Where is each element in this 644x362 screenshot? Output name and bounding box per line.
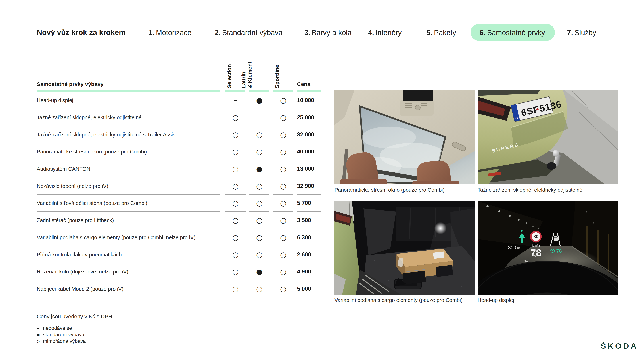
availability-mark: ○ (232, 234, 239, 241)
console-button (415, 105, 420, 110)
row-label: Audiosystém CANTON (37, 166, 90, 172)
nav-step-barvy-a-kola[interactable]: 3.Barvy a kola (304, 28, 352, 37)
caption-cargo-floor: Variabilní podlaha s cargo elementy (pou… (334, 297, 462, 303)
nav-step-sluzby[interactable]: 7.Služby (567, 28, 596, 37)
availability-mark: ○ (280, 148, 286, 155)
row-price: 4 900 (297, 268, 311, 275)
availability-mark: ● (256, 268, 262, 275)
availability-mark: ○ (280, 285, 286, 293)
row-label: Tažné zařízení sklopné, elektricky odjis… (37, 115, 142, 121)
console-screen (403, 90, 434, 101)
open-circle-symbol: ○ (37, 339, 43, 343)
price-column-header: Cena (297, 81, 310, 87)
shipping-label (433, 252, 444, 259)
row-price: 32 900 (297, 183, 314, 189)
row-price: 40 000 (297, 148, 314, 155)
availability-mark: ○ (280, 268, 286, 275)
legend-item-not-available: –nedodává se (37, 325, 86, 332)
table-row: Head-up displej – ● ○ 10 000 (37, 92, 322, 109)
availability-mark: ○ (280, 199, 286, 207)
legend-label: mimořádná výbava (43, 338, 86, 344)
nav-step-label: Samostatné prvky (487, 28, 545, 36)
column-header-sportline: Sportline (274, 65, 280, 88)
nav-step-interiery[interactable]: 4.Interiéry (368, 28, 402, 37)
availability-mark: ○ (280, 251, 286, 258)
availability-mark: ○ (232, 114, 239, 121)
legend: –nedodává se ●standardní výbava ○mimořád… (37, 325, 86, 345)
availability-mark: ○ (256, 131, 262, 138)
table-row: Panoramatické střešní okno (pouze pro Co… (37, 143, 322, 160)
availability-mark: ○ (280, 97, 286, 104)
nav-step-samostatne-prvky-active[interactable]: 6.Samostatné prvky (480, 28, 545, 37)
dash-symbol: – (37, 325, 43, 331)
row-label: Panoramatické střešní okno (pouze pro Co… (37, 149, 147, 155)
availability-mark: ○ (280, 165, 286, 172)
cargo-floor-illustration (334, 201, 475, 295)
header-underline-sportline (273, 90, 293, 92)
row-price: 6 300 (297, 234, 311, 241)
hud-unit: km/h (532, 243, 540, 247)
header-underline-label (37, 90, 220, 92)
header-underline-selection (225, 90, 245, 92)
equipment-table: Head-up displej – ● ○ 10 000 Tažné zaříz… (37, 92, 322, 297)
availability-mark: ○ (232, 285, 239, 293)
availability-mark: ○ (232, 148, 239, 155)
row-label: Nabíjecí kabel Mode 2 (pouze pro iV) (37, 286, 124, 292)
table-row: Tažné zařízení sklopné, elektricky odjis… (37, 126, 322, 143)
nav-step-label: Standardní výbava (222, 28, 282, 36)
availability-mark: ○ (256, 234, 262, 241)
nav-step-number: 3. (304, 28, 310, 36)
header-underline-cena (297, 90, 322, 92)
row-price: 2 600 (297, 251, 311, 258)
row-price: 32 000 (297, 131, 314, 138)
legend-label: nedodává se (43, 325, 72, 331)
table-row: Nabíjecí kabel Mode 2 (pouze pro iV) ○ ○… (37, 280, 322, 298)
legend-item-standard: ●standardní výbava (37, 332, 86, 338)
availability-mark: ○ (232, 182, 239, 190)
hud-speed: 78 (530, 247, 542, 259)
availability-mark: ○ (232, 165, 239, 172)
row-divider (225, 297, 246, 297)
availability-mark: ○ (280, 234, 286, 241)
availability-mark: ○ (280, 217, 286, 224)
photo-tow-hitch: CZ 6SF 5136 SUPERB (478, 90, 618, 184)
caption-tow-hitch: Tažné zařízení sklopné, elektricky odjis… (478, 187, 582, 193)
header-underline-laurin-klement (249, 90, 269, 92)
row-label: Variabilní podlaha s cargo elementy (pou… (37, 234, 196, 240)
availability-mark: ○ (256, 199, 262, 207)
table-row: Přímá kontrola tlaku v pneumatikách ○ ○ … (37, 246, 322, 263)
row-price: 3 500 (297, 217, 311, 224)
hud-acc-speed: 78 (556, 248, 562, 254)
availability-mark: ○ (256, 148, 262, 155)
speed-limit-sign: 80 (531, 232, 541, 242)
table-row: Variabilní síťová dělicí stěna (pouze pr… (37, 195, 322, 212)
row-divider (273, 297, 294, 297)
table-row: Audiosystém CANTON ○ ● ○ 13 000 (37, 160, 322, 178)
row-label: Zadní stěrač (pouze pro Liftback) (37, 217, 114, 223)
nav-step-number: 1. (148, 28, 154, 36)
nav-step-number: 4. (368, 28, 374, 36)
row-price: 5 700 (297, 200, 311, 206)
row-price: 5 000 (297, 286, 311, 292)
availability-mark: ○ (232, 268, 239, 275)
nav-step-label: Motorizace (156, 28, 192, 36)
skoda-logo: ŠKODA (600, 342, 638, 351)
nav-step-pakety[interactable]: 5.Pakety (426, 28, 456, 37)
nav-step-number: 5. (426, 28, 432, 36)
availability-mark: ○ (232, 217, 239, 224)
seatback-right (412, 181, 460, 184)
table-row: Tažné zařízení sklopné, elektricky odjis… (37, 109, 322, 126)
page-title: Nový vůz krok za krokem (37, 28, 126, 37)
nav-step-motorizace[interactable]: 1.Motorizace (148, 28, 192, 37)
legend-item-optional: ○mimořádná výbava (37, 338, 86, 345)
nav-step-standardni-vybava[interactable]: 2.Standardní výbava (214, 28, 282, 37)
hud-distance: 800 (508, 245, 516, 250)
availability-mark: ● (256, 97, 262, 104)
availability-mark: ○ (280, 182, 286, 190)
availability-mark: – (258, 114, 261, 121)
availability-mark: ● (256, 165, 262, 172)
row-label: Nezávislé topení (nelze pro iV) (37, 183, 108, 189)
table-row: Zadní stěrač (pouze pro Liftback) ○ ○ ○ … (37, 212, 322, 229)
photo-panoramic-sunroof (334, 90, 475, 184)
row-price: 10 000 (297, 97, 314, 103)
